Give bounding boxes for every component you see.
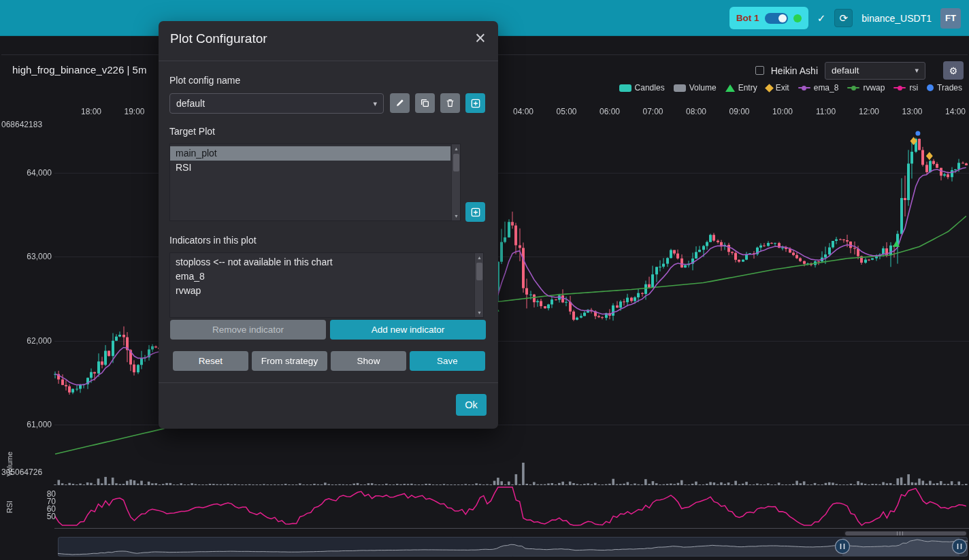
plus-square-icon xyxy=(471,208,480,217)
price-axis-tick: 62,000 xyxy=(0,336,52,346)
trades-legend-marker xyxy=(927,84,934,91)
volume-axis-title: Volume xyxy=(5,444,14,484)
legend-label: rvwap xyxy=(863,83,885,93)
chart-legend: CandlesVolumeEntryExitema_8rvwaprsiTrade… xyxy=(619,83,962,93)
candles-legend-marker xyxy=(619,84,631,92)
price-axis-tick: 61,000 xyxy=(0,420,52,429)
rename-config-button[interactable] xyxy=(390,93,410,113)
rsi-axis-title: RSI xyxy=(5,497,14,517)
plot-config-select-value: default xyxy=(832,65,859,76)
trash-icon xyxy=(446,99,455,108)
plot-configurator-button[interactable]: ⚙ xyxy=(943,61,964,80)
plot-config-select[interactable]: default ▾ xyxy=(825,62,925,80)
check-icon: ✓ xyxy=(817,12,826,24)
user-avatar-button[interactable]: FT xyxy=(940,8,961,29)
x-axis-tick: 18:00 xyxy=(76,107,106,116)
bot-online-dot xyxy=(793,14,802,22)
x-axis-tick: 14:00 xyxy=(940,107,969,116)
legend-label: Candles xyxy=(635,83,665,93)
scrollbar-thumb[interactable] xyxy=(453,154,459,171)
legend-label: Volume xyxy=(689,83,717,93)
target-plot-option-main-plot[interactable]: main_plot xyxy=(170,146,450,161)
scrollbar-thumb[interactable] xyxy=(476,263,482,280)
rsi-axis-tick: 50 xyxy=(27,512,56,521)
delete-config-button[interactable] xyxy=(440,93,460,113)
rvwap-legend-marker xyxy=(847,87,859,88)
pencil-icon xyxy=(395,99,404,108)
config-name-select[interactable]: default ▾ xyxy=(169,93,384,114)
bot-name-label: Bot 1 xyxy=(736,13,759,23)
add-indicator-button[interactable]: Add new indicator xyxy=(330,320,486,340)
scroll-up-icon[interactable]: ▲ xyxy=(452,146,461,151)
toggle-knob xyxy=(778,14,787,22)
chart-title: high_frog_binance_v226 | 5m xyxy=(12,64,146,76)
price-axis-tick: 64,000 xyxy=(0,168,52,178)
duplicate-config-button[interactable] xyxy=(415,93,435,113)
navbar-right-cluster: Bot 1 ✓ ⟳ binance_USDT1 FT xyxy=(729,0,961,36)
legend-item-rsi[interactable]: rsi xyxy=(893,83,918,93)
x-axis-tick: 05:00 xyxy=(552,107,582,116)
ok-button[interactable]: Ok xyxy=(456,394,487,416)
legend-item-trades[interactable]: Trades xyxy=(927,83,962,93)
heikin-ashi-checkbox[interactable] xyxy=(755,66,764,75)
legend-label: rsi xyxy=(909,83,918,93)
scroll-down-icon[interactable]: ▼ xyxy=(475,310,484,315)
show-button[interactable]: Show xyxy=(331,351,406,371)
scroll-up-icon[interactable]: ▲ xyxy=(475,255,484,260)
modal-footer-divider xyxy=(159,382,498,383)
indicators-list[interactable]: stoploss <-- not available in this chart… xyxy=(169,252,484,318)
chevron-down-icon: ▾ xyxy=(373,99,377,108)
modal-title: Plot Configurator xyxy=(170,31,267,46)
legend-item-candles[interactable]: Candles xyxy=(619,83,665,93)
save-button[interactable]: Save xyxy=(410,351,485,371)
x-axis-tick: 13:00 xyxy=(898,107,927,116)
list-scrollbar[interactable]: ▲ ▼ xyxy=(474,253,483,317)
volume-max-axis-label: 068642183 xyxy=(1,120,42,129)
bot-selector[interactable]: Bot 1 xyxy=(729,7,808,29)
price-axis-tick: 63,000 xyxy=(0,252,52,261)
chart-controls: Heikin Ashi default ▾ ⚙ xyxy=(755,61,964,80)
pair-name-label: binance_USDT1 xyxy=(861,13,932,24)
from-strategy-button[interactable]: From strategy xyxy=(252,351,327,371)
legend-item-rvwap[interactable]: rvwap xyxy=(847,83,885,93)
gear-icon: ⚙ xyxy=(949,65,958,76)
plot-config-name-label: Plot config name xyxy=(169,75,240,86)
copy-icon xyxy=(421,99,429,108)
scroll-down-icon[interactable]: ▼ xyxy=(452,214,461,218)
target-plot-list[interactable]: main_plot RSI ▲ ▼ xyxy=(169,144,461,221)
plot-configurator-modal: Plot Configurator × Plot config name def… xyxy=(159,21,498,429)
x-axis-tick: 11:00 xyxy=(811,107,841,116)
legend-item-volume[interactable]: Volume xyxy=(674,83,717,93)
x-axis-tick: 09:00 xyxy=(725,107,755,116)
legend-label: Trades xyxy=(937,83,962,93)
bot-toggle[interactable] xyxy=(765,13,788,24)
volume-legend-marker xyxy=(674,84,686,92)
legend-item-ema_8[interactable]: ema_8 xyxy=(798,83,839,93)
target-plot-option-rsi[interactable]: RSI xyxy=(170,161,450,175)
legend-label: Entry xyxy=(738,83,757,93)
modal-header-divider xyxy=(159,61,498,61)
plus-square-icon xyxy=(471,99,480,108)
legend-item-entry[interactable]: Entry xyxy=(725,83,757,93)
legend-item-exit[interactable]: Exit xyxy=(766,83,789,93)
remove-indicator-button[interactable]: Remove indicator xyxy=(170,320,326,340)
reset-button[interactable]: Reset xyxy=(173,351,248,371)
config-name-select-value: default xyxy=(176,98,205,109)
entry-legend-marker xyxy=(725,84,735,92)
add-config-button[interactable] xyxy=(465,93,485,113)
add-plot-button[interactable] xyxy=(465,202,485,222)
list-scrollbar[interactable]: ▲ ▼ xyxy=(451,144,460,220)
x-axis-tick: 07:00 xyxy=(638,107,668,116)
chevron-down-icon: ▾ xyxy=(915,66,919,75)
exit-legend-marker xyxy=(765,84,774,93)
legend-label: ema_8 xyxy=(814,83,839,93)
x-axis-tick: 10:00 xyxy=(768,107,798,116)
x-axis-tick: 06:00 xyxy=(595,107,625,116)
close-icon[interactable]: × xyxy=(470,27,491,50)
refresh-button[interactable]: ⟳ xyxy=(834,9,853,27)
indicator-option-rvwap[interactable]: rvwap xyxy=(170,284,474,298)
x-axis-tick: 12:00 xyxy=(854,107,884,116)
indicator-option-ema-8[interactable]: ema_8 xyxy=(170,269,474,284)
indicator-option-stoploss[interactable]: stoploss <-- not available in this chart xyxy=(170,255,474,269)
ema_8-legend-marker xyxy=(798,87,810,88)
